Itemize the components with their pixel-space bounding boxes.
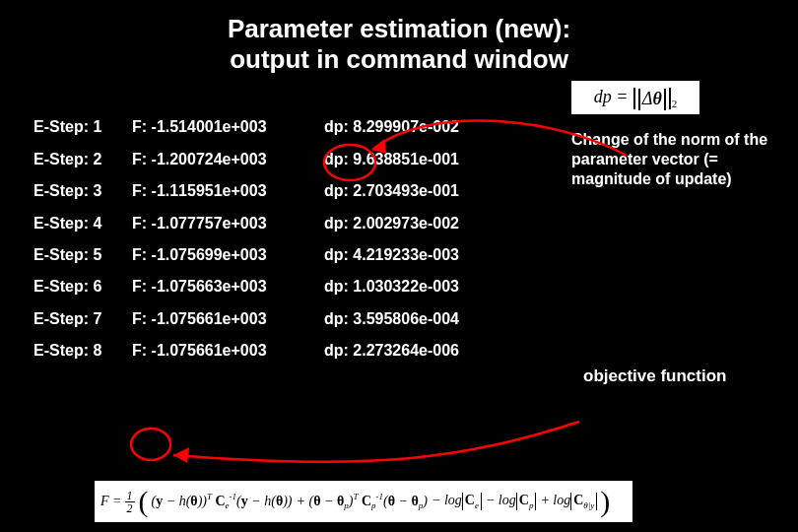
dp-cell: dp: 2.703493e-001	[324, 178, 511, 204]
table-row: E-Step: 2F: -1.200724e+003dp: 9.638851e-…	[33, 147, 511, 172]
f-circle-annotation	[131, 429, 170, 460]
dp-cell: dp: 8.299907e-002	[324, 114, 511, 140]
step-cell: E-Step: 2	[33, 147, 132, 172]
table-row: E-Step: 4F: -1.077757e+003dp: 2.002973e-…	[33, 211, 511, 236]
table-row: E-Step: 5F: -1.075699e+003dp: 4.219233e-…	[33, 242, 511, 268]
f-cell: F: -1.200724e+003	[132, 147, 324, 172]
title-line-2: output in command window	[230, 44, 568, 74]
iteration-table: E-Step: 1F: -1.514001e+003dp: 8.299907e-…	[33, 108, 511, 369]
f-cell: F: -1.514001e+003	[132, 114, 324, 140]
slide-content: dp = Δθ2 E-Step: 1F: -1.514001e+003dp: 8…	[0, 81, 798, 369]
dp-cell: dp: 3.595806e-004	[324, 306, 511, 332]
slide-title: Parameter estimation (new): output in co…	[0, 0, 798, 81]
table-row: E-Step: 1F: -1.514001e+003dp: 8.299907e-…	[33, 114, 511, 140]
step-cell: E-Step: 5	[33, 242, 132, 268]
f-formula-box: F = 12 ( (y − h(θ))T Ce-1(y − h(θ)) + (θ…	[95, 481, 632, 522]
dp-cell: dp: 9.638851e-001	[324, 147, 511, 172]
step-cell: E-Step: 8	[33, 338, 132, 364]
step-cell: E-Step: 1	[33, 114, 132, 140]
objective-function-label: objective function	[583, 366, 790, 386]
step-cell: E-Step: 6	[33, 274, 132, 299]
title-line-1: Parameter estimation (new):	[228, 14, 570, 43]
dp-explanation: Change of the norm of the parameter vect…	[571, 130, 778, 189]
dp-cell: dp: 4.219233e-003	[324, 242, 511, 268]
dp-formula-box: dp = Δθ2	[571, 81, 699, 114]
f-cell: F: -1.075661e+003	[132, 306, 324, 332]
step-cell: E-Step: 7	[33, 306, 132, 332]
table-row: E-Step: 7F: -1.075661e+003dp: 3.595806e-…	[33, 306, 511, 332]
f-cell: F: -1.115951e+003	[132, 178, 324, 204]
table-row: E-Step: 3F: -1.115951e+003dp: 2.703493e-…	[33, 178, 511, 204]
f-cell: F: -1.077757e+003	[132, 211, 324, 236]
f-arrow-annotation	[173, 422, 579, 462]
f-cell: F: -1.075663e+003	[132, 274, 324, 299]
dp-cell: dp: 1.030322e-003	[324, 274, 511, 299]
f-cell: F: -1.075699e+003	[132, 242, 324, 268]
f-cell: F: -1.075661e+003	[132, 338, 324, 364]
dp-cell: dp: 2.002973e-002	[324, 211, 511, 236]
table-row: E-Step: 6F: -1.075663e+003dp: 1.030322e-…	[33, 274, 511, 299]
step-cell: E-Step: 3	[33, 178, 132, 204]
table-row: E-Step: 8F: -1.075661e+003dp: 2.273264e-…	[33, 338, 511, 364]
step-cell: E-Step: 4	[33, 211, 132, 236]
dp-cell: dp: 2.273264e-006	[324, 338, 511, 364]
svg-marker-1	[173, 447, 189, 463]
